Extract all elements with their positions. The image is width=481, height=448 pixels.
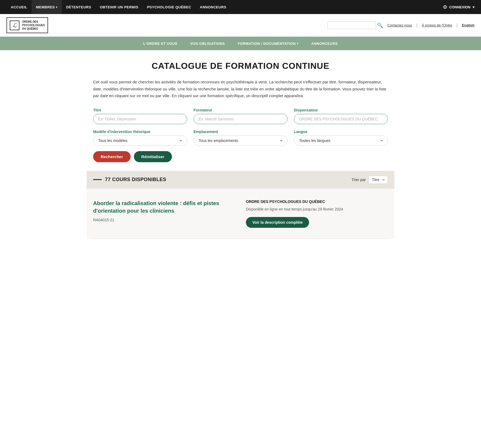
course-availability: Disponible en ligne en tout temps jusqu'… <box>246 206 388 212</box>
membres-chevron-icon: ▾ <box>56 6 57 9</box>
subnav-annonceurs[interactable]: ANNONCEURS <box>311 37 338 50</box>
reset-button[interactable]: Réinitialiser <box>134 151 172 162</box>
view-details-button[interactable]: Voir la description complète <box>246 217 309 228</box>
nav-detenteurs[interactable]: DÉTENTEURS <box>62 0 96 14</box>
top-nav-links: ACCUEIL MEMBRES ▾ DÉTENTEURS OBTENIR UN … <box>6 0 231 14</box>
modele-select[interactable]: Tous les modèles <box>93 135 187 146</box>
langue-field-group: Langue Toutes les langues <box>294 130 388 146</box>
subnav-formation[interactable]: FORMATION / DOCUMENTATION ▾ <box>238 37 298 50</box>
subnav-obligations[interactable]: VOS OBLIGATIONS <box>190 37 225 50</box>
titre-field-group: Titre <box>93 108 187 124</box>
form-row-1: Titre Formateur Dispensateur <box>93 108 388 124</box>
nav-membres[interactable]: MEMBRES ▾ <box>32 0 62 14</box>
results-count: 77 COURS DISPONIBLES <box>93 177 166 182</box>
nav-psychologie-quebec[interactable]: PSYCHOLOGIE QUÉBEC <box>143 0 196 14</box>
header: ℒ ORDRE DES PSYCHOLOGUES DU QUÉBEC 🔍 Con… <box>0 14 481 37</box>
connexion-label: CONNEXION <box>449 5 470 9</box>
titre-input[interactable] <box>93 114 187 124</box>
langue-label: Langue <box>294 130 388 134</box>
search-button[interactable]: Rechercher <box>93 151 131 162</box>
formation-chevron-icon: ▾ <box>297 42 299 45</box>
emplacement-label: Emplacement <box>194 130 287 134</box>
header-links: Contactez-nous | À propos de l'Ordre | E… <box>387 23 475 28</box>
subnav-ordre-vous[interactable]: L'ORDRE ET VOUS <box>143 37 177 50</box>
secondary-navigation: L'ORDRE ET VOUS VOS OBLIGATIONS FORMATIO… <box>0 37 481 50</box>
dispensateur-label: Dispensateur <box>294 108 388 112</box>
sort-wrapper: Trier par Titre Date Ville <box>352 176 388 184</box>
contact-link[interactable]: Contactez-nous <box>387 23 412 27</box>
dispensateur-field-group: Dispensateur <box>294 108 388 124</box>
connexion-chevron-icon: ▾ <box>473 5 475 9</box>
main-content: CATALOGUE DE FORMATION CONTINUE Cet outi… <box>87 50 394 239</box>
nav-accueil[interactable]: ACCUEIL <box>6 0 32 14</box>
results-bar: 77 COURS DISPONIBLES Trier par Titre Dat… <box>87 171 394 189</box>
emplacement-select[interactable]: Tous les emplacements <box>194 135 287 146</box>
nav-obtenir-permis[interactable]: OBTENIR UN PERMIS <box>96 0 143 14</box>
modele-field-group: Modèle d'intervention théorique Tous les… <box>93 130 187 146</box>
sort-label: Trier par <box>352 178 366 182</box>
page-description: Cet outil vous permet de chercher les ac… <box>93 79 388 99</box>
course-code: RA04015-21 <box>93 218 235 222</box>
divider: | <box>416 23 417 28</box>
page-title: CATALOGUE DE FORMATION CONTINUE <box>93 61 388 71</box>
course-left: Aborder la radicalisation violente : déf… <box>93 199 235 228</box>
about-link[interactable]: À propos de l'Ordre <box>422 23 452 27</box>
modele-label: Modèle d'intervention théorique <box>93 130 187 134</box>
divider2: | <box>456 23 458 28</box>
search-button[interactable]: 🔍 <box>377 22 383 28</box>
logo[interactable]: ℒ ORDRE DES PSYCHOLOGUES DU QUÉBEC <box>6 17 48 33</box>
course-right: ORDRE DES PSYCHOLOGUES DU QUÉBEC Disponi… <box>246 199 388 228</box>
search-form: Titre Formateur Dispensateur Modèle d'in… <box>93 108 388 162</box>
langue-select[interactable]: Toutes les langues <box>294 135 388 146</box>
nav-annonceurs-top[interactable]: ANNONCEURS <box>195 0 231 14</box>
formateur-field-group: Formateur <box>194 108 287 124</box>
table-row: Aborder la radicalisation violente : déf… <box>93 189 388 239</box>
course-title[interactable]: Aborder la radicalisation violente : déf… <box>93 199 235 215</box>
logo-icon: ℒ <box>10 21 19 30</box>
english-link[interactable]: English <box>462 23 475 27</box>
sort-select[interactable]: Titre Date Ville <box>368 176 388 184</box>
formateur-label: Formateur <box>194 108 287 112</box>
search-bar: 🔍 <box>327 21 383 29</box>
dispensateur-input[interactable] <box>294 114 388 124</box>
course-list: Aborder la radicalisation violente : déf… <box>87 189 394 239</box>
results-count-label: 77 COURS DISPONIBLES <box>105 177 166 182</box>
search-input[interactable] <box>327 21 376 29</box>
formateur-input[interactable] <box>194 114 287 124</box>
titre-label: Titre <box>93 108 187 112</box>
connexion-button[interactable]: ⊙ CONNEXION ▾ <box>443 4 475 10</box>
header-right: 🔍 Contactez-nous | À propos de l'Ordre |… <box>327 21 475 29</box>
form-buttons: Rechercher Réinitialiser <box>93 151 388 162</box>
results-dash <box>93 179 102 180</box>
form-row-2: Modèle d'intervention théorique Tous les… <box>93 130 388 146</box>
logo-text: ORDRE DES PSYCHOLOGUES DU QUÉBEC <box>22 20 45 30</box>
course-provider: ORDRE DES PSYCHOLOGUES DU QUÉBEC <box>246 199 388 204</box>
top-navigation: ACCUEIL MEMBRES ▾ DÉTENTEURS OBTENIR UN … <box>0 0 481 14</box>
user-icon: ⊙ <box>443 4 447 10</box>
emplacement-field-group: Emplacement Tous les emplacements <box>194 130 287 146</box>
